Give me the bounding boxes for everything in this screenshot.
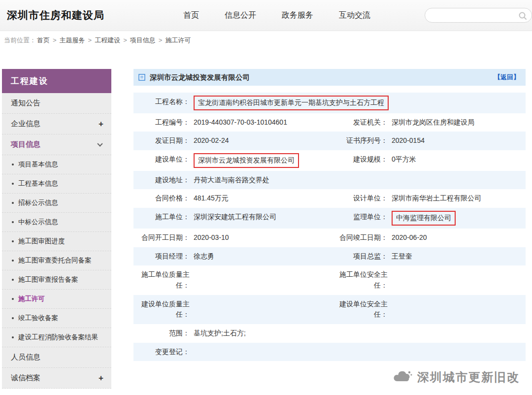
sidebar-subitem[interactable]: 中标公示信息 <box>2 213 111 232</box>
sidebar-subitem[interactable]: 工程基本信息 <box>2 174 111 194</box>
table-cell: 工程编号：2019-440307-70-03-10104601 <box>133 113 332 132</box>
field-label: 施工单位安全主任： <box>332 265 391 295</box>
field-value <box>391 295 396 324</box>
field-value: 2020-0154 <box>391 132 429 150</box>
field-label: 施工单位质量主任： <box>133 265 193 295</box>
field-value: 481.45万元 <box>193 189 233 208</box>
field-value: 2020-03-10 <box>193 229 233 247</box>
field-label: 发证日期： <box>133 132 193 150</box>
table-cell: 建设单位安全主任： <box>332 295 526 324</box>
bullet-dot-icon <box>12 336 14 338</box>
table-cell: 建设单位质量主任： <box>133 295 332 324</box>
field-label: 项目经理： <box>133 247 193 266</box>
breadcrumb-link[interactable]: 首页 <box>37 36 50 44</box>
field-label: 施工单位： <box>133 208 193 229</box>
sidebar-subitem[interactable]: 施工图审查委托合同备案 <box>2 251 111 270</box>
cloud-logo-icon <box>392 369 413 386</box>
sidebar-subitem[interactable]: 招标公示信息 <box>2 194 111 213</box>
nav-item[interactable]: 首页 <box>183 10 199 21</box>
company-title: 深圳市云龙城投资发展有限公司 <box>150 73 250 82</box>
field-value: 丹荷大道与南谷路交界处 <box>193 171 273 190</box>
document-icon <box>138 74 145 81</box>
field-value: 深圳深安建筑工程有限公司 <box>193 208 280 229</box>
field-value: 0平方米 <box>391 150 420 171</box>
field-value: 中海监理有限公司 <box>391 208 460 229</box>
field-label: 工程名称： <box>133 93 193 113</box>
sidebar-item[interactable]: 诚信档案+ <box>2 368 111 389</box>
sidebar-subitem[interactable]: 施工图审查报告备案 <box>2 270 111 290</box>
breadcrumb-link[interactable]: 施工许可 <box>165 36 191 44</box>
breadcrumb: 当前位置： 首页>主题服务>工程建设>项目信息>施工许可 <box>0 31 532 49</box>
table-row: 发证日期：2020-02-24证书序列号：2020-0154 <box>133 132 526 150</box>
sidebar-subitem[interactable]: 施工图审图进度 <box>2 232 111 251</box>
table-cell: 建设单位：深圳市云龙城投资发展有限公司 <box>133 150 332 171</box>
field-label: 合同价格： <box>133 189 193 208</box>
sidebar-subitem[interactable]: 施工许可 <box>2 290 111 309</box>
sidebar-subitem[interactable]: 项目基本信息 <box>2 155 111 174</box>
nav-item[interactable]: 信息公开 <box>225 10 256 21</box>
sidebar-item-label: 诚信档案 <box>11 373 40 383</box>
field-label: 设计单位： <box>332 189 391 208</box>
table-row: 合同价格：481.45万元设计单位：深圳市南华岩土工程有限公司 <box>133 189 526 208</box>
watermark: 深圳城市更新旧改 <box>133 369 526 386</box>
sidebar-item[interactable]: 企业信息+ <box>2 114 111 134</box>
search-box <box>425 8 532 23</box>
nav-item[interactable]: 互动交流 <box>339 10 370 21</box>
site-header: 深圳市住房和建设局 首页信息公开政务服务互动交流 <box>0 0 532 31</box>
table-cell: 发证机关：深圳市龙岗区住房和建设局 <box>332 113 526 132</box>
watermark-text: 深圳城市更新旧改 <box>417 369 520 385</box>
sidebar-subitem-label: 施工图审查报告备案 <box>18 275 78 284</box>
back-button[interactable]: 【返回】 <box>494 73 520 82</box>
table-row: 范围：基坑支护;土石方; <box>133 324 526 343</box>
sidebar-item[interactable]: 项目信息 <box>2 134 111 155</box>
field-value <box>193 295 198 324</box>
field-label: 建设地址： <box>133 171 193 190</box>
field-value: 深圳市龙岗区住房和建设局 <box>391 113 478 132</box>
nav-item[interactable]: 政务服务 <box>282 10 313 21</box>
field-label: 建设单位安全主任： <box>332 295 391 324</box>
field-value: 徐志勇 <box>193 247 218 266</box>
field-label: 建设单位： <box>133 150 193 171</box>
table-cell: 设计单位：深圳市南华岩土工程有限公司 <box>332 189 526 208</box>
breadcrumb-link[interactable]: 工程建设 <box>95 36 120 44</box>
table-cell: 范围：基坑支护;土石方; <box>133 324 526 343</box>
sidebar-subitem-label: 施工许可 <box>18 295 45 303</box>
table-cell: 项目总监：王登奎 <box>332 247 526 266</box>
bullet-dot-icon <box>12 221 14 223</box>
content-layout: 工程建设 通知公告企业信息+项目信息项目基本信息工程基本信息招标公示信息中标公示… <box>0 49 532 389</box>
table-row: 建设地址：丹荷大道与南谷路交界处 <box>133 171 526 190</box>
table-cell: 发证日期：2020-02-24 <box>133 132 332 150</box>
breadcrumb-prefix: 当前位置： <box>4 36 36 45</box>
field-label: 范围： <box>133 324 193 343</box>
bullet-dot-icon <box>12 183 14 185</box>
sidebar-subitem[interactable]: 建设工程消防验收备案结果 <box>2 328 111 347</box>
sidebar-subitem-label: 中标公示信息 <box>18 218 58 227</box>
bullet-dot-icon <box>12 279 14 281</box>
breadcrumb-link[interactable]: 主题服务 <box>60 36 85 44</box>
breadcrumb-link[interactable]: 项目信息 <box>130 36 156 44</box>
field-label: 证书序列号： <box>332 132 391 150</box>
sidebar-subitem-label: 施工图审图进度 <box>18 237 65 246</box>
field-value: 2020-02-24 <box>193 132 233 150</box>
table-cell: 证书序列号：2020-0154 <box>332 132 526 150</box>
field-value: 王登奎 <box>391 247 416 266</box>
sidebar-subitem[interactable]: 竣工验收备案 <box>2 309 111 328</box>
main-nav: 首页信息公开政务服务互动交流 <box>183 10 370 21</box>
chevron-down-icon <box>97 141 102 146</box>
search-icon[interactable] <box>518 11 527 20</box>
table-row: 建设单位质量主任：建设单位安全主任： <box>133 295 526 324</box>
sidebar-item[interactable]: 通知公告 <box>2 93 111 114</box>
field-label: 工程编号： <box>133 113 193 132</box>
table-row: 变更登记： <box>133 343 526 362</box>
table-cell: 工程名称：宝龙街道南约积谷田城市更新单元一期基坑支护与土石方工程 <box>133 93 526 113</box>
sidebar-item[interactable]: 人员信息 <box>2 347 111 368</box>
search-input[interactable] <box>425 12 532 19</box>
table-cell: 施工单位：深圳深安建筑工程有限公司 <box>133 208 332 229</box>
page: 深圳市住房和建设局 首页信息公开政务服务互动交流 当前位置： 首页>主题服务>工… <box>0 0 532 395</box>
table-cell: 监理单位：中海监理有限公司 <box>332 208 526 229</box>
table-cell: 合同竣工日期：2020-06-20 <box>332 229 526 247</box>
sidebar-item-label: 通知公告 <box>11 99 40 108</box>
field-value: 宝龙街道南约积谷田城市更新单元一期基坑支护与土石方工程 <box>193 93 393 113</box>
plus-icon: + <box>99 120 103 128</box>
detail-title-bar: 深圳市云龙城投资发展有限公司 【返回】 <box>133 69 526 86</box>
